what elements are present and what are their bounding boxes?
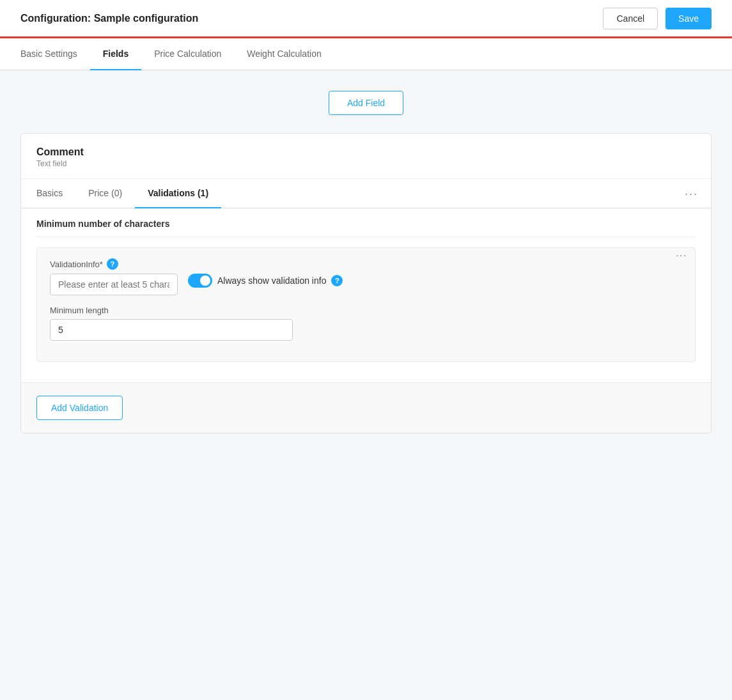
validation-info-label: ValidationInfo* ? bbox=[50, 258, 682, 270]
tab-price[interactable]: Price (0) bbox=[75, 179, 135, 208]
validation-rule-more-icon[interactable]: ··· bbox=[676, 250, 687, 261]
card-subtitle: Text field bbox=[36, 159, 696, 168]
always-show-toggle-wrapper: Always show validation info ? bbox=[188, 274, 343, 288]
tab-basic-settings[interactable]: Basic Settings bbox=[20, 38, 90, 70]
add-validation-row: Add Validation bbox=[21, 383, 711, 433]
page-title: Configuration: Sample configuration bbox=[20, 13, 198, 24]
card-header: Comment Text field bbox=[21, 134, 711, 179]
validation-section-title: Minimum number of characters bbox=[36, 208, 696, 237]
cancel-button[interactable]: Cancel bbox=[603, 8, 658, 29]
always-show-help-icon[interactable]: ? bbox=[331, 275, 343, 286]
save-button[interactable]: Save bbox=[666, 8, 712, 29]
tab-price-calculation[interactable]: Price Calculation bbox=[141, 38, 234, 70]
header: Configuration: Sample configuration Canc… bbox=[0, 0, 732, 38]
page-content: Add Field Comment Text field Basics Pric… bbox=[0, 70, 732, 454]
validation-info-row: Always show validation info ? bbox=[50, 274, 682, 295]
header-actions: Cancel Save bbox=[603, 8, 712, 29]
comment-card: Comment Text field Basics Price (0) Vali… bbox=[20, 133, 712, 433]
min-length-label: Minimum length bbox=[50, 306, 682, 315]
tab-validations[interactable]: Validations (1) bbox=[135, 179, 221, 208]
add-field-button[interactable]: Add Field bbox=[329, 91, 403, 115]
validation-rule-card: ··· ValidationInfo* ? bbox=[36, 247, 696, 362]
main-nav: Basic Settings Fields Price Calculation … bbox=[0, 38, 732, 70]
always-show-label: Always show validation info bbox=[217, 276, 326, 286]
tab-fields[interactable]: Fields bbox=[90, 38, 141, 70]
toggle-slider bbox=[188, 274, 212, 288]
validation-info-help-icon[interactable]: ? bbox=[107, 258, 118, 270]
add-field-container: Add Field bbox=[20, 91, 712, 115]
card-title: Comment bbox=[36, 146, 696, 158]
validation-info-input[interactable] bbox=[50, 274, 178, 295]
inner-tabs-row: Basics Price (0) Validations (1) ··· bbox=[21, 179, 711, 208]
validation-info-input-wrapper bbox=[50, 274, 178, 295]
validation-section: Minimum number of characters ··· Validat… bbox=[21, 208, 711, 383]
tab-basics[interactable]: Basics bbox=[36, 179, 75, 208]
min-length-input[interactable] bbox=[50, 319, 293, 341]
min-length-group: Minimum length bbox=[50, 306, 682, 341]
always-show-toggle[interactable] bbox=[188, 274, 212, 288]
tab-weight-calculation[interactable]: Weight Calculation bbox=[234, 38, 334, 70]
add-validation-button[interactable]: Add Validation bbox=[36, 396, 123, 420]
inner-tabs-more-icon[interactable]: ··· bbox=[685, 187, 698, 200]
inner-tabs: Basics Price (0) Validations (1) bbox=[36, 179, 221, 208]
validation-info-group: ValidationInfo* ? Always show vali bbox=[50, 258, 682, 295]
